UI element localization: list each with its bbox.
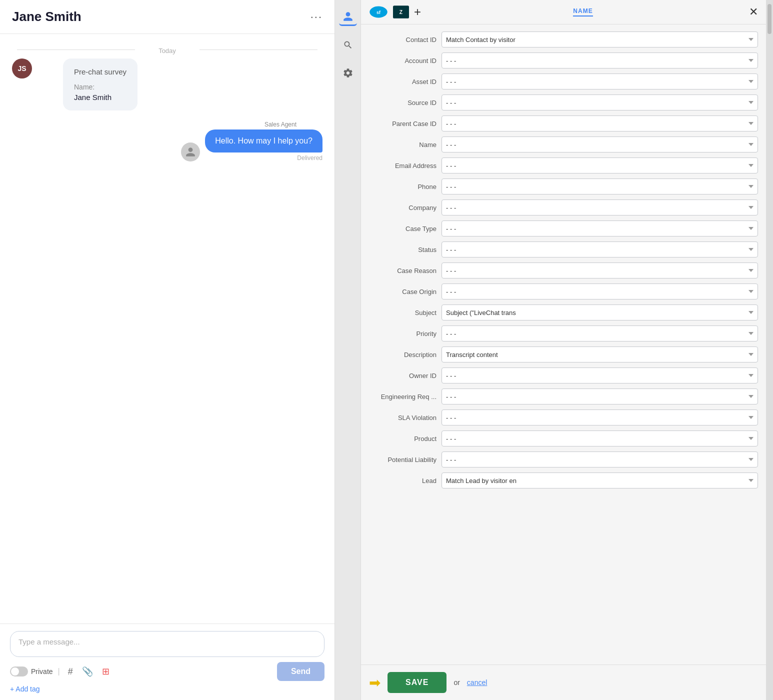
- survey-field-label: Name:: [74, 83, 126, 91]
- person-icon: [342, 11, 354, 22]
- form-field-label: Owner ID: [369, 372, 442, 380]
- survey-bubble: Pre-chat survey Name: Jane Smith: [63, 58, 138, 110]
- salesforce-logo[interactable]: sf: [369, 5, 388, 19]
- name-tab: NAME: [573, 8, 592, 16]
- scroll-thumb: [768, 4, 772, 34]
- agent-message-bubble: Hello. How may I help you?: [205, 130, 322, 152]
- form-row: Engineering Req ...- - -: [369, 388, 758, 406]
- form-field-label: Contact ID: [369, 36, 442, 44]
- chat-messages: Today JS Pre-chat survey Name: Jane Smit…: [0, 34, 334, 624]
- svg-text:sf: sf: [376, 10, 380, 15]
- attach-button[interactable]: 📎: [79, 664, 96, 679]
- form-row: Priority- - -: [369, 324, 758, 342]
- form-field-select[interactable]: - - -: [442, 368, 758, 384]
- form-field-label: Case Reason: [369, 267, 442, 274]
- form-field-select[interactable]: Subject ("LiveChat trans: [442, 304, 758, 320]
- form-field-label: Company: [369, 204, 442, 212]
- form-field-label: Potential Liability: [369, 456, 442, 464]
- form-row: Phone- - -: [369, 178, 758, 196]
- form-field-select[interactable]: - - -: [442, 74, 758, 90]
- form-field-select[interactable]: - - -: [442, 136, 758, 152]
- close-button[interactable]: ✕: [749, 6, 758, 18]
- form-row: Parent Case ID- - -: [369, 114, 758, 132]
- form-field-label: Email Address: [369, 162, 442, 170]
- form-field-select[interactable]: - - -: [442, 430, 758, 446]
- qr-button[interactable]: ⊞: [99, 664, 112, 679]
- cancel-link[interactable]: cancel: [467, 678, 487, 686]
- sidebar-settings-button[interactable]: [339, 64, 357, 82]
- survey-field-value: Jane Smith: [74, 93, 126, 102]
- form-row: Owner ID- - -: [369, 366, 758, 384]
- form-field-select[interactable]: - - -: [442, 262, 758, 278]
- add-tag-link[interactable]: + Add tag: [10, 681, 40, 695]
- private-toggle-wrap: Private: [10, 666, 53, 676]
- arrow-indicator: ➡: [369, 674, 380, 691]
- zendesk-logo[interactable]: Z: [393, 5, 409, 19]
- more-menu-button[interactable]: ···: [310, 10, 322, 24]
- form-field-select[interactable]: - - -: [442, 116, 758, 132]
- message-input[interactable]: Type a message...: [10, 631, 324, 657]
- form-field-select[interactable]: - - -: [442, 178, 758, 194]
- form-field-label: Source ID: [369, 99, 442, 106]
- form-field-select[interactable]: - - -: [442, 94, 758, 110]
- form-row: Email Address- - -: [369, 156, 758, 174]
- form-footer: ➡ SAVE or cancel: [361, 664, 766, 700]
- form-row: SubjectSubject ("LiveChat trans: [369, 304, 758, 322]
- form-field-select[interactable]: Transcript content: [442, 346, 758, 362]
- main-content: sf Z + NAME ✕ Contact IDMatch Contact by…: [361, 0, 766, 700]
- right-panel: sf Z + NAME ✕ Contact IDMatch Contact by…: [335, 0, 773, 700]
- form-row: Source ID- - -: [369, 94, 758, 112]
- settings-icon: [342, 68, 354, 78]
- form-row: Asset ID- - -: [369, 72, 758, 90]
- private-toggle[interactable]: [10, 666, 28, 676]
- form-field-select[interactable]: - - -: [442, 220, 758, 236]
- form-field-select[interactable]: - - -: [442, 388, 758, 404]
- form-field-label: SLA Violation: [369, 414, 442, 422]
- form-field-select[interactable]: - - -: [442, 242, 758, 258]
- chat-title: Jane Smith: [12, 9, 82, 24]
- form-field-select[interactable]: - - -: [442, 410, 758, 426]
- form-field-label: Case Type: [369, 225, 442, 232]
- form-field-select[interactable]: - - -: [442, 158, 758, 174]
- hashtag-button[interactable]: #: [65, 664, 76, 679]
- agent-label: Sales Agent: [264, 121, 296, 128]
- form-field-select[interactable]: Match Contact by visitor: [442, 32, 758, 48]
- form-row: DescriptionTranscript content: [369, 346, 758, 364]
- form-field-select[interactable]: - - -: [442, 200, 758, 216]
- avatar: JS: [12, 58, 32, 78]
- form-field-select[interactable]: - - -: [442, 52, 758, 68]
- send-button[interactable]: Send: [277, 662, 324, 681]
- chat-header: Jane Smith ···: [0, 0, 334, 34]
- form-row: Case Reason- - -: [369, 262, 758, 280]
- form-field-label: Asset ID: [369, 78, 442, 86]
- form-field-select[interactable]: Match Lead by visitor en: [442, 472, 758, 488]
- or-text: or: [454, 678, 460, 686]
- sidebar-search-button[interactable]: [339, 36, 357, 54]
- delivered-status: Delivered: [297, 154, 322, 162]
- form-field-label: Parent Case ID: [369, 120, 442, 128]
- form-field-select[interactable]: - - -: [442, 284, 758, 300]
- form-field-label: Priority: [369, 330, 442, 338]
- form-field-label: Description: [369, 351, 442, 358]
- private-label: Private: [31, 668, 53, 676]
- form-row: LeadMatch Lead by visitor en: [369, 472, 758, 490]
- form-row: Product- - -: [369, 430, 758, 448]
- chat-input-area: Type a message... Private | # 📎 ⊞ Send +…: [0, 624, 334, 700]
- scrollbar[interactable]: [766, 0, 773, 700]
- form-field-label: Name: [369, 141, 442, 148]
- form-field-label: Phone: [369, 183, 442, 190]
- form-row: Name- - -: [369, 136, 758, 154]
- form-row: SLA Violation- - -: [369, 408, 758, 426]
- form-scroll[interactable]: Contact IDMatch Contact by visitorAccoun…: [361, 24, 766, 664]
- add-integration-button[interactable]: +: [414, 5, 421, 19]
- form-field-select[interactable]: - - -: [442, 326, 758, 342]
- form-row: Contact IDMatch Contact by visitor: [369, 30, 758, 48]
- form-field-label: Subject: [369, 309, 442, 316]
- form-field-select[interactable]: - - -: [442, 452, 758, 468]
- form-field-label: Status: [369, 246, 442, 254]
- save-button[interactable]: SAVE: [388, 672, 446, 693]
- chat-panel: Jane Smith ··· Today JS Pre-chat survey …: [0, 0, 335, 700]
- form-row: Potential Liability- - -: [369, 450, 758, 468]
- date-divider: Today: [12, 40, 322, 58]
- sidebar-person-button[interactable]: [339, 8, 357, 26]
